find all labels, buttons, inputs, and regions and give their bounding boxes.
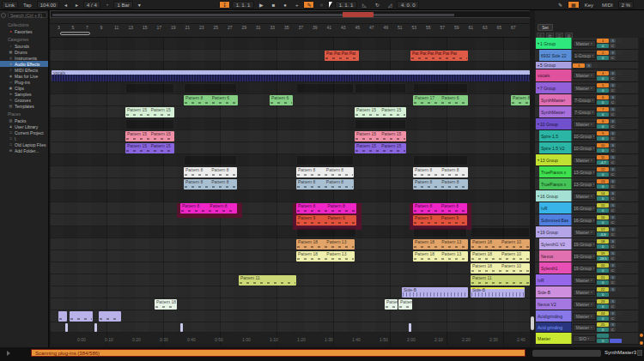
track-name-block[interactable]: ▾10 Group: [536, 118, 572, 129]
track-header-truepianos-x[interactable]: TruePianos x13-Group▼13S0C: [535, 178, 638, 190]
clip[interactable]: [409, 323, 411, 332]
punch-out-button[interactable]: ◿: [385, 1, 396, 9]
group-clip-outline[interactable]: [296, 227, 356, 238]
sidebar-item-templates[interactable]: ▤Templates: [0, 103, 48, 109]
fold-arrow-icon[interactable]: ▾: [538, 41, 539, 45]
re-enable-automation-button[interactable]: ○: [316, 1, 326, 9]
clip[interactable]: Pattern 8Pattern 8: [296, 167, 354, 177]
arrangement-area[interactable]: 3579111315171921232527293133353739414345…: [50, 10, 531, 347]
lane-1-group[interactable]: [50, 38, 531, 50]
track-header-ivr[interactable]: IvRMaster▼21S0C: [535, 274, 638, 286]
solo-button[interactable]: S: [610, 275, 616, 280]
group-clip-outline[interactable]: [471, 227, 530, 238]
track-activator-button[interactable]: 5: [597, 83, 609, 87]
fold-arrow-icon[interactable]: ▾: [538, 122, 539, 126]
volume-field[interactable]: 0: [597, 148, 609, 153]
arm-button[interactable]: [617, 131, 622, 135]
pan-field[interactable]: C: [610, 244, 616, 249]
volume-field[interactable]: 0: [597, 220, 609, 225]
clip[interactable]: Pattern 18Pattern 13: [296, 251, 355, 262]
loop-brace[interactable]: [60, 32, 90, 35]
solo-button[interactable]: S: [586, 63, 592, 68]
clip[interactable]: vocals: [52, 70, 530, 81]
track-header-acid-grinding[interactable]: Acid/grindingMaster▼24S0C: [535, 310, 638, 322]
track-activator-button[interactable]: 18: [597, 239, 609, 244]
track-header-ivr[interactable]: IvR16-Group▼15S0C: [535, 202, 638, 214]
clip[interactable]: Pattern 8Pattern 8: [413, 179, 468, 190]
track-activator-button[interactable]: 17: [597, 227, 609, 232]
sidebar-item-clips[interactable]: ▣Clips: [0, 85, 48, 91]
clip[interactable]: Pattern 8Pattern 8: [413, 167, 468, 177]
sidebar-item-current-project[interactable]: □Current Project: [0, 129, 48, 135]
volume-field[interactable]: 0: [597, 339, 609, 343]
volume-field[interactable]: 0: [597, 244, 609, 249]
fold-arrow-icon[interactable]: ▾: [538, 158, 539, 162]
track-activator-button[interactable]: 23: [597, 299, 609, 304]
track-name-block[interactable]: Submixed Bas: [539, 214, 572, 226]
arm-button[interactable]: [592, 63, 598, 68]
arm-button[interactable]: [617, 203, 622, 208]
sidebar-item--[interactable]: □\: [0, 135, 48, 141]
solo-button[interactable]: S: [610, 227, 616, 232]
track-name-block[interactable]: Master: [536, 333, 572, 344]
sidebar-item-old-laptop-files[interactable]: □Old Laptop Files: [0, 141, 48, 147]
track-header-5-group[interactable]: ▾5 Group3S: [535, 62, 638, 69]
clip[interactable]: Pattern 15Pattern 15: [125, 143, 174, 153]
track-header-master[interactable]: MasterS/O▼0: [535, 333, 638, 345]
track-activator-button[interactable]: 8: [597, 119, 609, 123]
punch-in-button[interactable]: ◺: [359, 1, 370, 9]
sidebar-item-audio-effects[interactable]: ◈Audio Effects: [0, 61, 48, 67]
quantize-menu[interactable]: 1 Bar: [113, 1, 132, 9]
output-routing-chooser[interactable]: Master▼: [573, 229, 596, 236]
scrub-area[interactable]: [50, 18, 531, 24]
solo-button[interactable]: S: [610, 95, 616, 99]
track-name-block[interactable]: vocals: [536, 69, 572, 81]
vertical-scrollbar-handle[interactable]: [531, 316, 534, 330]
clip[interactable]: Pattern 11: [239, 275, 296, 286]
clip[interactable]: Pattern 15Pattern 15: [125, 107, 174, 117]
arm-button[interactable]: [617, 263, 622, 268]
play-button[interactable]: ▶: [256, 1, 267, 9]
output-routing-chooser[interactable]: Master▼: [573, 193, 596, 200]
track-header-19-group[interactable]: ▾19 GroupMaster▼17S-6.8C: [535, 226, 638, 238]
arm-button[interactable]: [617, 227, 622, 232]
set-button[interactable]: Set: [538, 24, 553, 31]
volume-field[interactable]: 0: [597, 304, 609, 309]
pan-field[interactable]: C: [610, 220, 616, 225]
clip[interactable]: [94, 323, 97, 332]
arrangement-overview[interactable]: [50, 10, 531, 18]
pan-field[interactable]: C: [610, 196, 616, 201]
solo-button[interactable]: S: [610, 167, 616, 171]
solo-button[interactable]: S: [610, 131, 616, 135]
track-header-6932-side-22[interactable]: 6932 Side 221-Group▼2S0C: [535, 50, 638, 62]
output-routing-chooser[interactable]: Master▼: [573, 301, 596, 308]
clip[interactable]: Pattern 18Pattern 13: [413, 239, 468, 250]
track-activator-button[interactable]: 1: [597, 39, 609, 43]
clip[interactable]: Pattern: [398, 299, 412, 310]
sidebar-item-max-for-live[interactable]: ◉Max for Live: [0, 73, 48, 79]
clip[interactable]: Pattern 15Pattern 15: [355, 143, 406, 153]
track-name-block[interactable]: Acid grinding: [536, 322, 572, 332]
solo-button[interactable]: S: [610, 83, 616, 87]
track-activator-button[interactable]: 25: [597, 322, 609, 327]
output-routing-chooser[interactable]: 10-Group▼: [573, 145, 596, 152]
solo-button[interactable]: S: [610, 299, 616, 304]
arm-button[interactable]: [617, 239, 622, 244]
pan-field[interactable]: C: [610, 304, 616, 309]
track-name-block[interactable]: SynthMaster: [539, 106, 572, 117]
volume-field[interactable]: 0: [597, 280, 609, 285]
volume-field[interactable]: 0: [597, 76, 609, 81]
output-routing-chooser[interactable]: Master▼: [573, 277, 596, 284]
pan-field[interactable]: C: [610, 136, 616, 141]
track-header-sylenthg-v2[interactable]: SylenthG V219-Group▼18S0C: [535, 238, 638, 250]
solo-button[interactable]: S: [610, 143, 616, 147]
track-name-block[interactable]: IvR: [536, 274, 572, 286]
arm-button[interactable]: [617, 215, 622, 220]
track-activator-button[interactable]: 16: [597, 215, 609, 220]
track-header-spire-1-5[interactable]: Spire 1.510-Group▼9S0C: [535, 130, 638, 142]
track-activator-button[interactable]: 2: [597, 51, 609, 55]
pan-field[interactable]: C: [610, 328, 616, 332]
clip[interactable]: Pattern 18Pattern 13: [413, 251, 468, 262]
pan-field[interactable]: C: [610, 184, 616, 189]
solo-button[interactable]: S: [610, 322, 616, 327]
